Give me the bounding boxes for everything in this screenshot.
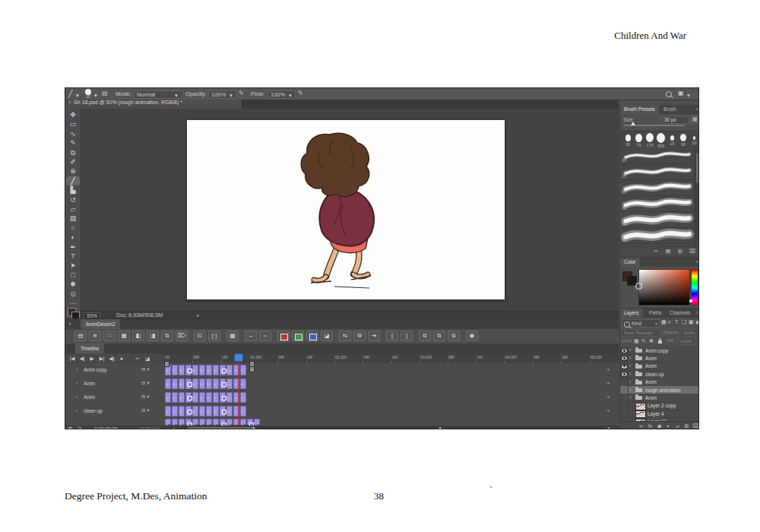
layer-row[interactable]: Layer 4 xyxy=(620,410,699,418)
tool-brush-tool[interactable]: ╱ xyxy=(66,176,80,185)
document-tab[interactable]: ×Sh 18.psd @ 50% (rough animation, RGB/8… xyxy=(65,100,242,109)
tool-move-tool[interactable]: ✥ xyxy=(66,110,80,119)
layer-mask-icon[interactable]: ◙ xyxy=(655,423,663,429)
size-slider-thumb[interactable] xyxy=(631,122,635,125)
frame-cell[interactable]: › xyxy=(165,406,171,416)
timeline-track[interactable]: ›Anim⊟ ▾+›››››››››››› xyxy=(65,391,619,405)
expander-icon[interactable]: › xyxy=(629,371,631,376)
panel-menu-icon[interactable]: ≡ xyxy=(696,259,699,264)
foreground-background-swatches[interactable] xyxy=(68,308,78,318)
copy-frame[interactable]: ⧉ xyxy=(433,331,445,341)
track-options-icon[interactable]: ⊟ ▾ xyxy=(141,366,150,372)
color-label-none[interactable]: ◪ xyxy=(321,331,333,341)
opacity-value[interactable]: 100% xyxy=(681,329,699,337)
eye-icon[interactable] xyxy=(621,372,628,377)
split-at-playhead-button[interactable]: ✂ xyxy=(133,354,142,363)
frame-cell[interactable]: › xyxy=(254,419,260,425)
frame-cell[interactable]: › xyxy=(172,392,178,403)
timeline-ruler[interactable]: 0008f16f01:00f08f16f02:00f08f16f03:00f08… xyxy=(164,353,619,364)
track-options-icon[interactable]: ⊟ ▾ xyxy=(141,407,150,413)
tool-clone-stamp-tool[interactable]: ▙ xyxy=(66,185,80,195)
brush-tip[interactable]: 90 xyxy=(678,132,689,147)
brush-tool-icon[interactable]: ╱ xyxy=(68,90,72,97)
tool-marquee-tool[interactable]: ▭ xyxy=(66,119,80,128)
tool-history-brush-tool[interactable]: ↺ xyxy=(66,195,80,204)
frame-cell[interactable]: › xyxy=(179,392,185,403)
tab-color[interactable]: Color xyxy=(620,258,640,267)
frame-cell[interactable]: › xyxy=(240,365,246,375)
track-expander-icon[interactable]: › xyxy=(76,408,78,413)
save-document[interactable]: ▦ xyxy=(118,331,130,341)
fit-timeline[interactable]: ⇆ xyxy=(339,331,351,341)
eye-icon[interactable] xyxy=(621,364,628,369)
scrollbar-thumb[interactable] xyxy=(187,427,255,429)
frame-cell[interactable]: › xyxy=(220,406,226,416)
filter-kind-select[interactable]: Kind▾ xyxy=(622,319,660,328)
brush-tip[interactable]: 500 xyxy=(656,132,667,147)
add-media-icon[interactable]: + xyxy=(606,366,610,373)
size-value[interactable]: 30 px xyxy=(662,116,689,124)
play-button[interactable]: ▶ xyxy=(87,354,97,363)
tool-lasso-tool[interactable]: ∿ xyxy=(66,129,80,138)
frame-cell[interactable]: › xyxy=(240,419,246,425)
tool-zoom-tool[interactable]: ⊙ xyxy=(66,290,80,299)
layer-row[interactable]: ›Anim copy xyxy=(620,347,699,355)
audio-toggle-button[interactable]: ◀) xyxy=(107,354,116,363)
work-area-end[interactable]: ] xyxy=(401,331,413,341)
color-swatches[interactable] xyxy=(622,271,636,285)
frame-cell[interactable]: › xyxy=(247,419,253,425)
live-tip-preview-icon[interactable]: ✑ xyxy=(651,249,661,256)
layer-row[interactable]: ›Anim xyxy=(620,378,699,387)
loop-playback[interactable]: [·] xyxy=(208,331,220,341)
layer-row[interactable]: ›Anim xyxy=(620,354,699,363)
tab-paths[interactable]: Paths xyxy=(645,309,666,318)
frame-cell[interactable]: › xyxy=(226,365,233,375)
tool-eraser-tool[interactable]: ▱ xyxy=(66,204,80,214)
chevron-down-icon[interactable]: ▾ xyxy=(94,92,97,99)
add-media-icon[interactable]: + xyxy=(606,380,610,387)
frame-cell[interactable]: › xyxy=(185,406,192,416)
tool-quick-selection-tool[interactable]: ✎ xyxy=(66,138,80,147)
frame-cell[interactable]: › xyxy=(172,378,178,389)
frame-cell[interactable]: › xyxy=(240,378,246,389)
link-layers-icon[interactable]: ∞ xyxy=(637,423,645,429)
layer-row[interactable]: ›rough animation xyxy=(620,386,699,394)
frame-cell[interactable]: › xyxy=(220,392,226,403)
add-blank-frame[interactable]: ◨ xyxy=(147,331,159,341)
frame-cell[interactable]: › xyxy=(179,406,185,416)
frame-cell[interactable]: › xyxy=(206,378,212,389)
tool-shape-tool[interactable]: □ xyxy=(66,271,80,280)
add-media-icon[interactable]: + xyxy=(606,394,610,401)
visibility-cell[interactable] xyxy=(620,363,629,370)
canvas-area[interactable] xyxy=(81,109,619,311)
expander-icon[interactable]: › xyxy=(629,363,631,369)
visibility-cell[interactable] xyxy=(620,402,629,410)
work-area-start-marker[interactable] xyxy=(164,361,169,367)
frame-cell[interactable]: › xyxy=(213,419,219,425)
filter-toggle-icon[interactable]: ◉ xyxy=(695,319,699,327)
track-expander-icon[interactable]: › xyxy=(76,367,78,372)
lock-all-icon[interactable] xyxy=(658,340,662,344)
filter-type-layers-icon[interactable]: T xyxy=(675,319,682,327)
frame-cell[interactable]: › xyxy=(240,392,246,403)
chevron-down-icon[interactable]: ▾ xyxy=(76,92,79,99)
frame-cell[interactable]: › xyxy=(206,406,212,416)
timeline-track[interactable]: ›Anim copy⊟ ▾+›››››››››››› xyxy=(65,363,619,378)
brush-tip[interactable]: 10 xyxy=(689,132,699,147)
status-caret-icon[interactable]: ▸ xyxy=(197,312,200,318)
visibility-cell[interactable] xyxy=(620,386,629,394)
film-frame[interactable]: ▩ xyxy=(226,331,239,341)
open-preset-manager-icon[interactable]: ▤ xyxy=(663,249,673,256)
brush-stroke-preset[interactable]: 95 xyxy=(621,180,694,196)
timeline-scrollbar[interactable] xyxy=(181,427,603,429)
go-to-first-frame-button[interactable]: |◀ xyxy=(68,354,77,363)
brush-tip[interactable]: 30 xyxy=(622,132,633,147)
frame-cell[interactable]: › xyxy=(172,419,178,425)
frame-cell[interactable]: › xyxy=(206,392,212,403)
increase-span[interactable]: ⇔ xyxy=(259,331,271,341)
lock-pixels-icon[interactable]: ✎ xyxy=(641,338,648,346)
layer-row[interactable]: ›Anim xyxy=(620,394,699,402)
layer-row[interactable]: ›Anim xyxy=(620,363,699,371)
brush-scrollbar[interactable] xyxy=(695,148,699,245)
frame-cell[interactable]: › xyxy=(185,378,192,389)
